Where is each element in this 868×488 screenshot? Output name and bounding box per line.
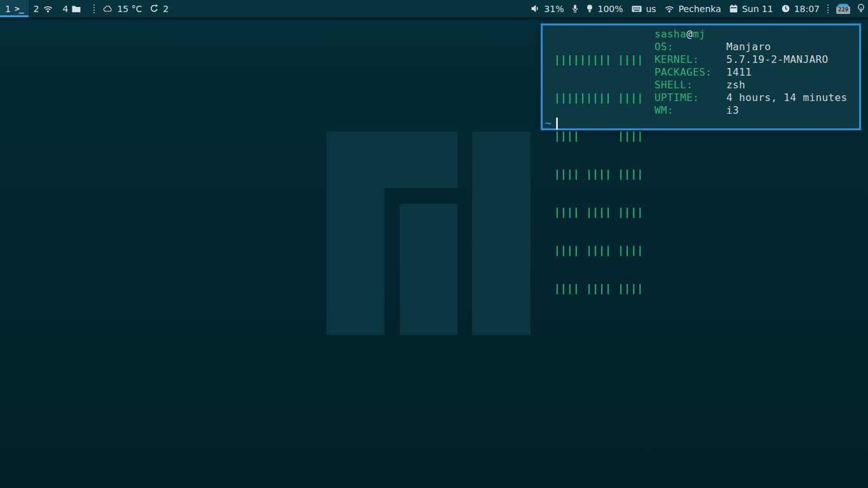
tray-badge-icon[interactable]: 229 xyxy=(836,4,850,14)
clock-icon xyxy=(782,4,790,13)
workspace-number: 4 xyxy=(63,4,69,14)
bulb-icon xyxy=(587,4,593,13)
bar-shadow xyxy=(0,17,868,22)
separator xyxy=(827,4,829,13)
microphone-module[interactable] xyxy=(572,4,578,13)
workspace-button-2[interactable]: 2 xyxy=(29,0,58,17)
updates-count: 2 xyxy=(163,4,168,14)
workspace-button-4[interactable]: 4 xyxy=(58,0,86,17)
speaker-icon xyxy=(531,4,539,13)
active-workspace-underline xyxy=(0,15,29,17)
separator xyxy=(93,4,95,13)
updates-module[interactable]: 2 xyxy=(150,4,168,14)
fetch-info: sasha@mj OS:Manjaro KERNEL:5.7.19-2-MANJ… xyxy=(654,28,848,117)
info-row: KERNEL:5.7.19-2-MANJARO xyxy=(654,53,848,66)
info-row: PACKAGES:1411 xyxy=(654,66,848,79)
logo-middle-column xyxy=(400,204,458,335)
wifi-icon xyxy=(43,5,53,13)
bar-right-section: 31% 100% xyxy=(523,0,868,17)
badge-count: 229 xyxy=(836,6,850,14)
shell-prompt: ~ xyxy=(545,117,558,130)
info-row: UPTIME:4 hours, 14 minutes xyxy=(654,92,848,104)
info-row: WM:i3 xyxy=(654,104,848,117)
workspace-number: 2 xyxy=(34,4,39,14)
manjaro-logo-watermark xyxy=(327,132,531,335)
username: sasha xyxy=(654,28,686,40)
prompt-path: ~ xyxy=(545,117,552,130)
time-text: 18:07 xyxy=(794,4,820,14)
fetch-ascii-logo: ||||||||| |||| ||||||||| |||| |||| |||| … xyxy=(554,28,643,320)
lamp-icon[interactable] xyxy=(857,4,865,13)
volume-module[interactable]: 31% xyxy=(531,4,564,14)
keyboard-icon xyxy=(632,5,642,13)
mic-icon xyxy=(572,4,578,13)
keyboard-layout-code: us xyxy=(646,4,656,14)
weather-temperature: 15 °C xyxy=(117,4,142,14)
refresh-icon xyxy=(150,4,158,13)
logo-right-column xyxy=(472,132,531,335)
text-cursor xyxy=(556,118,558,130)
workspace-number: 1 xyxy=(5,4,11,14)
calendar-icon xyxy=(729,4,738,13)
info-row: OS:Manjaro xyxy=(654,41,848,53)
top-bar: 1 >_ 2 4 15 °C 2 xyxy=(0,0,868,17)
volume-level: 31% xyxy=(544,4,564,14)
network-module[interactable]: Pechenka xyxy=(665,4,721,14)
date-module[interactable]: Sun 11 xyxy=(729,4,773,14)
terminal-icon: >_ xyxy=(15,4,24,13)
wifi-icon xyxy=(665,5,674,13)
brightness-level: 100% xyxy=(597,4,623,14)
terminal-window[interactable]: ||||||||| |||| ||||||||| |||| |||| |||| … xyxy=(541,24,861,130)
date-text: Sun 11 xyxy=(742,4,773,14)
at-sign: @ xyxy=(686,28,693,40)
user-host-line: sasha@mj xyxy=(654,28,848,41)
folder-icon xyxy=(72,5,81,13)
keyboard-layout-module[interactable]: us xyxy=(632,4,656,14)
brightness-module[interactable]: 100% xyxy=(587,4,623,14)
network-ssid: Pechenka xyxy=(679,4,721,14)
hostname: mj xyxy=(693,28,705,40)
time-module[interactable]: 18:07 xyxy=(782,4,820,14)
workspace-button-1[interactable]: 1 >_ xyxy=(0,0,29,17)
weather-module[interactable]: 15 °C xyxy=(103,4,142,14)
logo-left-column xyxy=(327,132,384,335)
info-row: SHELL:zsh xyxy=(654,79,848,92)
cloud-icon xyxy=(103,5,112,12)
